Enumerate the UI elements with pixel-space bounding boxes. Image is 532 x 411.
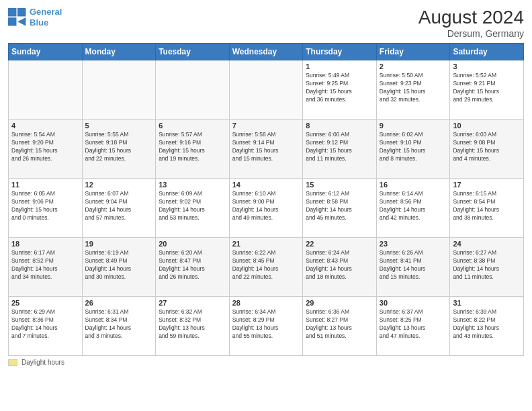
day-number: 28 — [232, 299, 300, 307]
calendar-day: 16Sunrise: 6:14 AMSunset: 8:56 PMDayligh… — [376, 179, 450, 238]
col-sunday: Sunday — [9, 44, 83, 60]
calendar-day: 17Sunrise: 6:15 AMSunset: 8:54 PMDayligh… — [450, 179, 524, 238]
month-title: August 2024 — [418, 7, 524, 28]
day-number: 10 — [453, 122, 521, 130]
day-info: Sunrise: 6:31 AMSunset: 8:34 PMDaylight:… — [85, 308, 153, 340]
day-number: 4 — [11, 122, 79, 130]
day-info: Sunrise: 6:10 AMSunset: 9:00 PMDaylight:… — [232, 190, 300, 222]
calendar-day: 2Sunrise: 5:50 AMSunset: 9:23 PMDaylight… — [376, 60, 450, 120]
day-number: 7 — [232, 122, 300, 130]
day-number: 17 — [453, 181, 521, 189]
day-number: 29 — [306, 299, 373, 307]
calendar-day: 26Sunrise: 6:31 AMSunset: 8:34 PMDayligh… — [82, 297, 156, 356]
calendar-day: 22Sunrise: 6:24 AMSunset: 8:43 PMDayligh… — [303, 238, 377, 297]
calendar-week-2: 4Sunrise: 5:54 AMSunset: 9:20 PMDaylight… — [9, 120, 524, 179]
day-number: 14 — [232, 181, 300, 189]
calendar-week-3: 11Sunrise: 6:05 AMSunset: 9:06 PMDayligh… — [9, 179, 524, 238]
day-number: 15 — [306, 181, 373, 189]
calendar-day: 18Sunrise: 6:17 AMSunset: 8:52 PMDayligh… — [9, 238, 83, 297]
col-saturday: Saturday — [450, 44, 524, 60]
day-number: 18 — [11, 240, 79, 248]
calendar-day: 1Sunrise: 5:49 AMSunset: 9:25 PMDaylight… — [303, 60, 377, 120]
calendar-day: 19Sunrise: 6:19 AMSunset: 8:49 PMDayligh… — [82, 238, 156, 297]
calendar-day: 28Sunrise: 6:34 AMSunset: 8:29 PMDayligh… — [229, 297, 303, 356]
col-wednesday: Wednesday — [229, 44, 303, 60]
logo-text: General Blue — [30, 7, 62, 28]
calendar-day: 10Sunrise: 6:03 AMSunset: 9:08 PMDayligh… — [450, 120, 524, 179]
calendar-day: 12Sunrise: 6:07 AMSunset: 9:04 PMDayligh… — [82, 179, 156, 238]
calendar-day: 11Sunrise: 6:05 AMSunset: 9:06 PMDayligh… — [9, 179, 83, 238]
day-number: 30 — [380, 299, 447, 307]
day-number: 1 — [306, 62, 373, 71]
svg-marker-3 — [17, 17, 26, 26]
day-info: Sunrise: 6:27 AMSunset: 8:38 PMDaylight:… — [453, 249, 521, 281]
calendar-day: 29Sunrise: 6:36 AMSunset: 8:27 PMDayligh… — [303, 297, 377, 356]
col-thursday: Thursday — [303, 44, 377, 60]
day-number: 12 — [85, 181, 153, 189]
day-number: 27 — [159, 299, 226, 307]
day-number: 8 — [306, 122, 373, 130]
day-info: Sunrise: 6:26 AMSunset: 8:41 PMDaylight:… — [380, 249, 447, 281]
calendar-week-4: 18Sunrise: 6:17 AMSunset: 8:52 PMDayligh… — [9, 238, 524, 297]
calendar-day: 7Sunrise: 5:58 AMSunset: 9:14 PMDaylight… — [229, 120, 303, 179]
calendar-day — [229, 60, 303, 120]
day-number: 31 — [453, 299, 521, 307]
day-number: 9 — [380, 122, 447, 130]
location: Dersum, Germany — [418, 28, 524, 39]
legend-label: Daylight hours — [21, 359, 64, 366]
day-number: 26 — [85, 299, 153, 307]
day-info: Sunrise: 6:05 AMSunset: 9:06 PMDaylight:… — [11, 190, 79, 222]
calendar-day: 27Sunrise: 6:32 AMSunset: 8:32 PMDayligh… — [156, 297, 230, 356]
day-info: Sunrise: 5:58 AMSunset: 9:14 PMDaylight:… — [232, 131, 300, 163]
day-number: 19 — [85, 240, 153, 248]
day-info: Sunrise: 5:52 AMSunset: 9:21 PMDaylight:… — [453, 72, 521, 104]
day-info: Sunrise: 6:09 AMSunset: 9:02 PMDaylight:… — [159, 190, 226, 222]
day-info: Sunrise: 6:32 AMSunset: 8:32 PMDaylight:… — [159, 308, 226, 340]
col-tuesday: Tuesday — [156, 44, 230, 60]
col-friday: Friday — [376, 44, 450, 60]
day-info: Sunrise: 6:00 AMSunset: 9:12 PMDaylight:… — [306, 131, 373, 163]
day-info: Sunrise: 6:15 AMSunset: 8:54 PMDaylight:… — [453, 190, 521, 222]
day-info: Sunrise: 5:55 AMSunset: 9:18 PMDaylight:… — [85, 131, 153, 163]
calendar-day: 4Sunrise: 5:54 AMSunset: 9:20 PMDaylight… — [9, 120, 83, 179]
day-number: 25 — [11, 299, 79, 307]
day-info: Sunrise: 6:20 AMSunset: 8:47 PMDaylight:… — [159, 249, 226, 281]
day-number: 6 — [159, 122, 226, 130]
title-block: August 2024 Dersum, Germany — [418, 7, 524, 39]
col-monday: Monday — [82, 44, 156, 60]
day-number: 13 — [159, 181, 226, 189]
calendar-day: 13Sunrise: 6:09 AMSunset: 9:02 PMDayligh… — [156, 179, 230, 238]
day-number: 5 — [85, 122, 153, 130]
calendar-day: 25Sunrise: 6:29 AMSunset: 8:36 PMDayligh… — [9, 297, 83, 356]
day-info: Sunrise: 6:24 AMSunset: 8:43 PMDaylight:… — [306, 249, 373, 281]
calendar-day: 14Sunrise: 6:10 AMSunset: 9:00 PMDayligh… — [229, 179, 303, 238]
calendar-day: 15Sunrise: 6:12 AMSunset: 8:58 PMDayligh… — [303, 179, 377, 238]
calendar-header-row: Sunday Monday Tuesday Wednesday Thursday… — [9, 44, 524, 60]
calendar-table: Sunday Monday Tuesday Wednesday Thursday… — [8, 43, 524, 356]
day-info: Sunrise: 6:03 AMSunset: 9:08 PMDaylight:… — [453, 131, 521, 163]
calendar-day — [156, 60, 230, 120]
day-info: Sunrise: 6:07 AMSunset: 9:04 PMDaylight:… — [85, 190, 153, 222]
day-info: Sunrise: 6:19 AMSunset: 8:49 PMDaylight:… — [85, 249, 153, 281]
day-number: 11 — [11, 181, 79, 189]
logo-blue: Blue — [30, 17, 48, 28]
calendar-day: 5Sunrise: 5:55 AMSunset: 9:18 PMDaylight… — [82, 120, 156, 179]
day-number: 3 — [453, 62, 521, 71]
day-number: 2 — [380, 62, 447, 71]
day-info: Sunrise: 6:29 AMSunset: 8:36 PMDaylight:… — [11, 308, 79, 340]
svg-rect-2 — [8, 17, 16, 26]
calendar-day: 24Sunrise: 6:27 AMSunset: 8:38 PMDayligh… — [450, 238, 524, 297]
day-info: Sunrise: 6:12 AMSunset: 8:58 PMDaylight:… — [306, 190, 373, 222]
logo-general: General — [30, 7, 62, 17]
day-info: Sunrise: 5:49 AMSunset: 9:25 PMDaylight:… — [306, 72, 373, 104]
legend-icon — [8, 359, 17, 366]
day-number: 20 — [159, 240, 226, 248]
page-container: General Blue August 2024 Dersum, Germany… — [0, 0, 532, 411]
logo-icon — [8, 8, 27, 27]
header: General Blue August 2024 Dersum, Germany — [8, 7, 524, 39]
day-number: 21 — [232, 240, 300, 248]
calendar-day — [82, 60, 156, 120]
day-number: 23 — [380, 240, 447, 248]
svg-rect-1 — [17, 8, 26, 16]
day-info: Sunrise: 5:57 AMSunset: 9:16 PMDaylight:… — [159, 131, 226, 163]
